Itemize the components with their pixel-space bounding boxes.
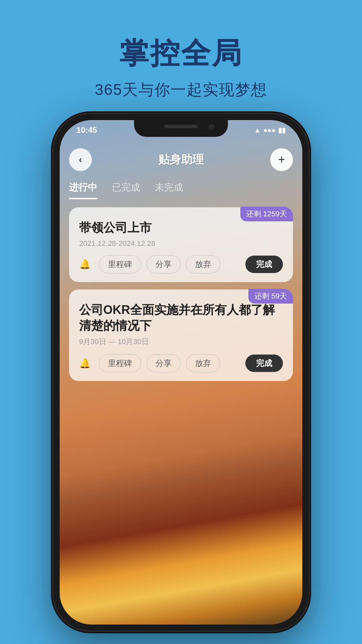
card-actions-1: 🔔 里程碑 分享 放弃 完成 xyxy=(79,255,283,273)
hero-title: 掌控全局 xyxy=(0,34,362,73)
header-bar: ‹ 贴身助理 + xyxy=(69,140,293,178)
task-card-2: 还剩 59天 公司OKR全面实施并在所有人都了解清楚的情况下 9月30日 — 1… xyxy=(69,289,293,381)
wifi-icon: ▲ xyxy=(254,126,261,134)
share-btn-1[interactable]: 分享 xyxy=(146,255,181,273)
task-card-1: 还剩 1259天 带领公司上市 2021.12.28-2024.12.28 🔔 … xyxy=(69,207,293,282)
card-actions-2: 🔔 里程碑 分享 放弃 完成 xyxy=(79,354,283,372)
milestone-btn-2[interactable]: 里程碑 xyxy=(99,354,141,372)
phone-shell: 10:45 ▲ ●●● ▮▮ ‹ 贴身助理 + 进行中 已完成 xyxy=(54,114,308,631)
milestone-btn-1[interactable]: 里程碑 xyxy=(99,255,141,273)
complete-btn-2[interactable]: 完成 xyxy=(245,355,283,372)
bell-icon-2[interactable]: 🔔 xyxy=(79,358,91,369)
hero-section: 掌控全局 365天与你一起实现梦想 xyxy=(0,0,362,100)
abandon-btn-2[interactable]: 放弃 xyxy=(186,354,220,372)
phone-screen: 10:45 ▲ ●●● ▮▮ ‹ 贴身助理 + 进行中 已完成 xyxy=(60,120,302,625)
tab-completed[interactable]: 已完成 xyxy=(112,181,140,199)
add-button[interactable]: + xyxy=(270,148,293,171)
phone-notch xyxy=(134,120,228,137)
tabs-bar: 进行中 已完成 未完成 xyxy=(69,178,293,199)
card-date-1: 2021.12.28-2024.12.28 xyxy=(79,239,283,248)
battery-icon: ▮▮ xyxy=(278,126,286,134)
tab-in-progress[interactable]: 进行中 xyxy=(69,181,97,199)
share-btn-2[interactable]: 分享 xyxy=(146,354,181,372)
screen-title: 贴身助理 xyxy=(158,152,204,167)
speaker xyxy=(164,125,198,128)
card-date-2: 9月30日 — 10月30日 xyxy=(79,337,283,347)
back-button[interactable]: ‹ xyxy=(69,148,92,171)
hero-subtitle: 365天与你一起实现梦想 xyxy=(0,79,362,100)
abandon-btn-1[interactable]: 放弃 xyxy=(186,255,220,273)
card-title-2: 公司OKR全面实施并在所有人都了解清楚的情况下 xyxy=(79,302,283,334)
status-icons: ▲ ●●● ▮▮ xyxy=(254,126,286,134)
card-title-1: 带领公司上市 xyxy=(79,220,283,236)
status-time: 10:45 xyxy=(76,125,97,135)
card-badge-1: 还剩 1259天 xyxy=(240,207,293,221)
screen-content: ‹ 贴身助理 + 进行中 已完成 未完成 还剩 1259天 带领公司上市 202… xyxy=(60,140,302,625)
bell-icon-1[interactable]: 🔔 xyxy=(79,259,91,270)
phone-mockup: 10:45 ▲ ●●● ▮▮ ‹ 贴身助理 + 进行中 已完成 xyxy=(54,114,308,631)
camera xyxy=(208,124,215,130)
signal-icon: ●●● xyxy=(263,126,276,134)
card-badge-2: 还剩 59天 xyxy=(248,289,293,304)
complete-btn-1[interactable]: 完成 xyxy=(245,256,283,273)
tab-incomplete[interactable]: 未完成 xyxy=(155,181,183,199)
